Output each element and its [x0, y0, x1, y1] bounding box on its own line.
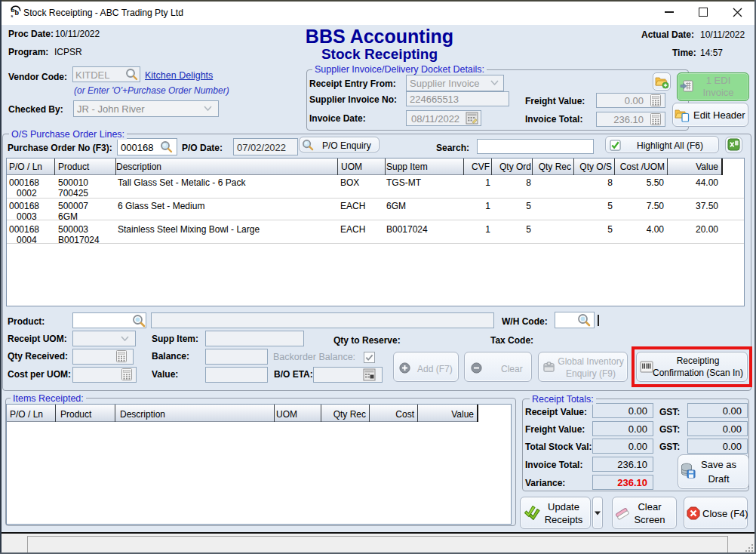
svg-text:s: s: [11, 13, 14, 18]
svg-text:b: b: [15, 8, 20, 17]
